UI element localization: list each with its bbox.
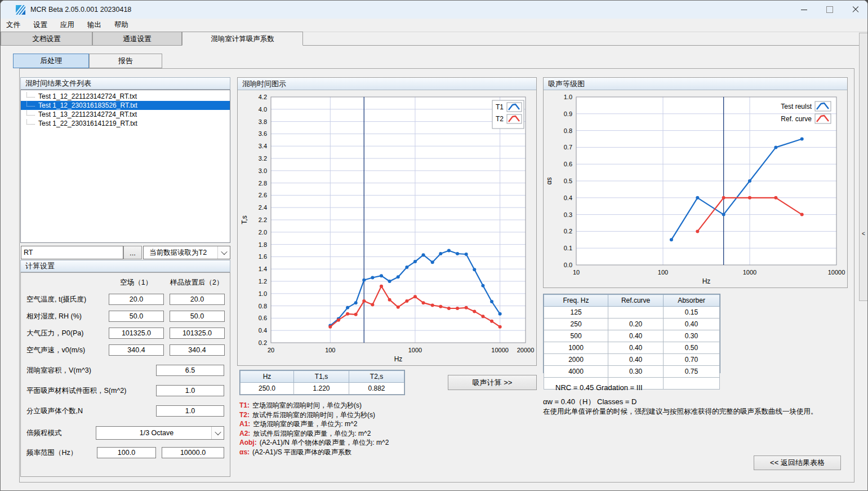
- calc-row-label: 相对湿度, RH (%): [26, 312, 109, 321]
- svg-text:100: 100: [658, 269, 668, 276]
- rt-name-input[interactable]: [21, 246, 123, 259]
- calc-single-rows: 混响室容积，V(m^3)平面吸声材料试件面积，S(m^2)分立吸声体个数,N: [26, 364, 224, 417]
- freq-min-input[interactable]: [97, 447, 156, 458]
- svg-text:20000: 20000: [517, 347, 535, 353]
- calc-input-empty-room[interactable]: [109, 311, 164, 322]
- svg-text:2.8: 2.8: [259, 180, 267, 187]
- svg-text:2.2: 2.2: [259, 216, 267, 223]
- table-cell: 2000: [544, 354, 608, 366]
- svg-text:20: 20: [268, 347, 274, 353]
- tab-report-label: 报告: [118, 56, 133, 66]
- calc-row-2: 大气压力，P0(Pa): [26, 327, 224, 339]
- data-read-dropdown[interactable]: 当前数据读取为T2: [143, 246, 230, 259]
- table-cell: [664, 378, 720, 390]
- table-header: Freq. Hz: [544, 295, 608, 307]
- octave-mode-label: 倍频程模式: [26, 428, 96, 438]
- main-tab-0[interactable]: 文档设置: [1, 32, 92, 45]
- freq-max-input[interactable]: [162, 447, 224, 458]
- rt-chart: 0.20.40.60.81.01.21.41.61.82.02.22.42.62…: [238, 90, 536, 365]
- app-window: MCR Beta 2.05.0.001 20230418 文件设置应用输出帮助 …: [0, 0, 868, 491]
- svg-text:10: 10: [573, 269, 580, 276]
- calc-single-input[interactable]: [156, 385, 224, 396]
- menu-item-3[interactable]: 输出: [83, 19, 106, 31]
- svg-text:3.2: 3.2: [259, 155, 267, 162]
- svg-text:1000: 1000: [743, 269, 756, 276]
- symbol-key: αs:: [239, 448, 250, 456]
- calc-single-input[interactable]: [156, 405, 224, 417]
- close-button[interactable]: [843, 1, 868, 19]
- maximize-button[interactable]: [817, 1, 843, 19]
- menu-item-2[interactable]: 应用: [56, 19, 79, 31]
- rt-result-file-list: Test 1_12_221123142724_RT.txtTest 1_12_2…: [20, 90, 230, 243]
- calc-row-label: 大气压力，P0(Pa): [26, 329, 109, 338]
- symbol-key: Aobj:: [239, 439, 257, 446]
- main-tab-1[interactable]: 通道设置: [92, 32, 182, 45]
- file-item[interactable]: Test 1_12_221123142724_RT.txt: [21, 92, 230, 101]
- file-item[interactable]: Test 1_22_230316141219_RT.txt: [21, 119, 230, 128]
- calc-input-empty-room[interactable]: [109, 344, 164, 356]
- tree-branch-icon: [26, 101, 35, 107]
- symbol-text: (A2-A1)/S 平面吸声体的吸声系数: [252, 448, 351, 456]
- symbol-text: 放试件后混响室的混响时间，单位为秒(s): [252, 411, 375, 419]
- table-cell: 0.75: [664, 366, 720, 378]
- table-header: Hz: [241, 371, 294, 383]
- calc-input-with-sample[interactable]: [170, 311, 225, 322]
- menu-item-4[interactable]: 帮助: [110, 19, 133, 31]
- calc-column-headers: 空场（1） 样品放置后（2）: [26, 276, 224, 289]
- table-row: 5000.400.30: [544, 330, 720, 342]
- browse-button[interactable]: ...: [123, 246, 142, 259]
- svg-text:0.8: 0.8: [564, 127, 572, 134]
- collapse-chevron-icon: <: [862, 231, 865, 237]
- tab-postprocess[interactable]: 后处理: [13, 54, 89, 68]
- freq-range-label: 频率范围（Hz）: [26, 448, 97, 458]
- table-cell: 1000: [544, 342, 608, 354]
- symbol-text: 空场混响室的吸声量，单位为: m^2: [253, 420, 357, 428]
- symbol-text: 放试件后混响室的吸声量，单位为: m^2: [253, 430, 371, 437]
- svg-text:0.5: 0.5: [564, 178, 572, 184]
- table-row: 40000.300.75: [544, 366, 720, 378]
- tree-branch-icon: [26, 92, 35, 98]
- table-cell: 0.20: [608, 319, 664, 330]
- maximize-icon: [826, 6, 833, 13]
- calc-single-row-0: 混响室容积，V(m^3): [26, 364, 224, 377]
- col-header-empty-room: 空场（1）: [109, 278, 164, 287]
- calc-input-with-sample[interactable]: [170, 344, 225, 356]
- menu-item-1[interactable]: 设置: [29, 19, 52, 31]
- title-bar: MCR Beta 2.05.0.001 20230418: [1, 1, 868, 19]
- symbol-note: A1:空场混响室的吸声量，单位为: m^2: [239, 419, 389, 429]
- svg-text:Test reulst: Test reulst: [781, 103, 812, 110]
- file-item[interactable]: Test 1_13_221123142724_RT.txt: [21, 110, 230, 119]
- calc-input-empty-room[interactable]: [109, 294, 164, 305]
- calc-settings-title: 计算设置: [25, 261, 55, 271]
- calc-input-empty-room[interactable]: [109, 328, 164, 339]
- menu-item-0[interactable]: 文件: [2, 19, 25, 31]
- absorption-calc-button[interactable]: 吸声计算 >>: [448, 375, 537, 390]
- svg-text:0.6: 0.6: [259, 315, 267, 321]
- window-controls: [791, 1, 868, 19]
- table-cell: 0.882: [349, 383, 404, 395]
- file-list-panel-header: 混时间结果文件列表: [20, 77, 230, 90]
- file-item[interactable]: Test 1_12_230316183526_RT.txt: [21, 101, 230, 110]
- minimize-button[interactable]: [791, 1, 817, 19]
- calc-single-input[interactable]: [156, 365, 224, 376]
- svg-text:1.0: 1.0: [564, 94, 572, 100]
- svg-text:1.6: 1.6: [259, 253, 267, 260]
- svg-text:T,s: T,s: [241, 215, 248, 224]
- main-tab-2[interactable]: 混响室计算吸声系数: [182, 32, 303, 46]
- calc-input-with-sample[interactable]: [170, 328, 225, 339]
- symbol-key: A2:: [239, 430, 250, 437]
- calc-single-label: 平面吸声材料试件面积，S(m^2): [26, 386, 156, 396]
- svg-text:10000: 10000: [491, 347, 509, 353]
- back-to-results-button[interactable]: << 返回结果表格: [754, 455, 841, 470]
- collapsed-side-panel[interactable]: <: [859, 33, 868, 301]
- svg-text:0.3: 0.3: [564, 211, 572, 218]
- calc-input-with-sample[interactable]: [170, 294, 225, 305]
- absorption-chart-panel-title: 吸声等级图: [548, 79, 585, 89]
- octave-mode-dropdown[interactable]: 1/3 Octave: [96, 426, 224, 440]
- svg-text:3.8: 3.8: [259, 118, 267, 125]
- symbol-text: (A2-A1)/N 单个物体的吸声量，单位为: m^2: [260, 439, 389, 446]
- calc-row-label: 空气温度, t(摄氏度): [26, 295, 109, 304]
- tab-report[interactable]: 报告: [89, 54, 162, 68]
- calc-row-1: 相对湿度, RH (%): [26, 310, 224, 322]
- menu-bar: 文件设置应用输出帮助: [1, 19, 868, 32]
